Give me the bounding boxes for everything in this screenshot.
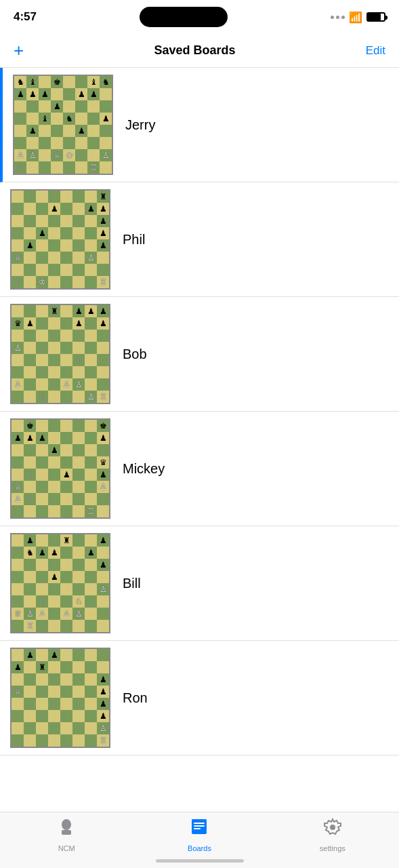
chess-cell (36, 583, 48, 595)
chess-cell (48, 252, 60, 264)
chess-cell (85, 608, 97, 620)
chess-cell (12, 264, 24, 276)
chess-cell (12, 227, 24, 239)
chess-cell (60, 571, 72, 583)
chess-cell (72, 469, 85, 481)
chess-cell (72, 342, 85, 354)
board-name-mickey: Mickey (123, 461, 165, 477)
chess-cell: ♟ (97, 305, 109, 317)
chess-cell (85, 264, 97, 276)
list-item[interactable]: ♚♚♟♟♟♟♟♛♘♟♟♕♙♙♘♖ Mickey (0, 412, 399, 526)
chess-cell (24, 481, 36, 493)
list-item[interactable]: ♜♟♟♟♟♟♟♟♟♕♙♘♔♖ Phil (0, 182, 399, 297)
chess-cell (48, 698, 60, 710)
chess-cell (87, 100, 100, 113)
chess-cell (85, 469, 97, 481)
chess-board-bill: ♟♜♟♞♟♟♟♟♟♙♘♘♕♙♙♙♙♖ (10, 533, 110, 633)
chess-cell (72, 505, 85, 517)
chess-board-ron: ♟♟♟♜♟♕♟♟♟♙♖ (10, 648, 110, 748)
list-item[interactable]: ♟♜♟♞♟♟♟♟♟♙♘♘♕♙♙♙♙♖ Bill (0, 526, 399, 641)
chess-cell: ♟ (97, 534, 109, 547)
chess-cell: ♙ (60, 378, 72, 391)
list-item[interactable]: ♜♟♟♟♛♟♟♟♙♘♙♙♙♘♙♖ Bob (0, 297, 399, 412)
chess-cell (24, 456, 36, 469)
chess-cell (75, 76, 87, 88)
chess-cell (51, 125, 63, 137)
list-item[interactable]: ♟♟♟♜♟♕♟♟♟♙♖ Ron (0, 641, 399, 755)
chess-cell (24, 583, 36, 595)
board-name-phil: Phil (123, 232, 145, 248)
chess-cell (36, 317, 48, 330)
status-bar: 4:57 📶 (0, 0, 399, 34)
chess-cell: ♟ (51, 100, 63, 113)
board-name-ron: Ron (123, 690, 148, 706)
chess-cell (24, 734, 36, 747)
chess-board-mickey: ♚♚♟♟♟♟♟♛♘♟♟♕♙♙♘♖ (10, 418, 110, 519)
chess-cell (36, 456, 48, 469)
chess-cell (48, 534, 60, 547)
chess-cell (39, 161, 51, 174)
chess-cell (63, 88, 75, 100)
chess-cell (26, 113, 39, 125)
chess-cell: ♟ (97, 559, 109, 571)
chess-cell (85, 698, 97, 710)
chess-cell (24, 342, 36, 354)
chess-cell (60, 191, 72, 203)
chess-cell: ♕ (12, 481, 24, 493)
chess-cell (14, 125, 26, 137)
chess-cell (60, 317, 72, 330)
chess-cell: ♟ (97, 239, 109, 252)
add-button[interactable]: + (14, 40, 24, 61)
chess-cell (24, 354, 36, 366)
tab-settings[interactable]: settings (292, 818, 373, 852)
chess-cell (24, 305, 36, 317)
chess-cell (48, 469, 60, 481)
dynamic-island (140, 7, 228, 27)
tab-ncm[interactable]: NCM (26, 818, 107, 852)
chess-cell (72, 227, 85, 239)
chess-cell (60, 493, 72, 505)
chess-cell (48, 366, 60, 378)
chess-cell (60, 366, 72, 378)
chess-cell (24, 595, 36, 608)
chess-cell: ♔ (63, 149, 75, 161)
chess-cell: ♙ (97, 481, 109, 493)
chess-cell (97, 342, 109, 354)
chess-cell (12, 305, 24, 317)
chess-cell (60, 649, 72, 661)
chess-cell (36, 330, 48, 342)
chess-cell (14, 137, 26, 149)
chess-cell (24, 264, 36, 276)
chess-cell (48, 608, 60, 620)
chess-cell: ♔ (36, 276, 48, 288)
chess-cell (36, 734, 48, 747)
chess-cell: ♞ (14, 76, 26, 88)
chess-cell (39, 76, 51, 88)
page-title: Saved Boards (154, 43, 235, 58)
chess-cell (24, 698, 36, 710)
chess-cell (12, 698, 24, 710)
chess-cell: ♟ (24, 534, 36, 547)
chess-cell (36, 420, 48, 432)
edit-button[interactable]: Edit (366, 44, 385, 58)
chess-cell (12, 673, 24, 686)
chess-cell: ♛ (12, 317, 24, 330)
board-name-jerry: Jerry (125, 117, 155, 133)
chess-cell (60, 595, 72, 608)
chess-cell (72, 252, 85, 264)
chess-board-bob: ♜♟♟♟♛♟♟♟♙♘♙♙♙♘♙♖ (10, 304, 110, 404)
chess-cell (97, 493, 109, 505)
chess-cell (24, 215, 36, 227)
chess-cell (85, 354, 97, 366)
chess-cell (85, 595, 97, 608)
tab-boards[interactable]: Boards (159, 818, 240, 852)
chess-cell (60, 330, 72, 342)
chess-cell (72, 661, 85, 673)
list-item[interactable]: ♞♝♚♝♞♟♟♟♟♟♟♝♞♟♟♟♙♙♕♔♙♘♖ Jerry (0, 68, 399, 182)
chess-cell (48, 330, 60, 342)
chess-cell (12, 595, 24, 608)
chess-cell (60, 276, 72, 288)
chess-cell (85, 456, 97, 469)
chess-cell: ♙ (97, 583, 109, 595)
chess-cell (24, 722, 36, 734)
